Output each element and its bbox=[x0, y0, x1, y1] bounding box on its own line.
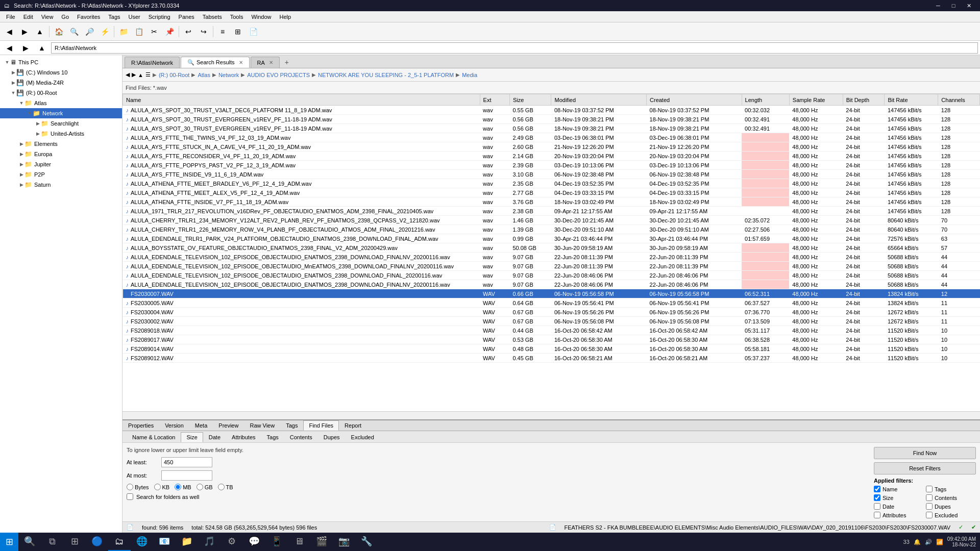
menu-user[interactable]: User bbox=[125, 11, 144, 22]
table-row[interactable]: ♪FS2030004.WAVWAV0.67 GB06-Nov-19 05:56:… bbox=[123, 308, 980, 317]
at-most-input[interactable] bbox=[161, 470, 212, 481]
tree-searchlight[interactable]: ▶ 📁 Searchlight bbox=[0, 118, 122, 129]
breadcrumb-platform[interactable]: NETWORK ARE YOU SLEEPING - 2_5-1 PLATFOR… bbox=[318, 72, 454, 78]
reset-filters-button[interactable]: Reset Filters bbox=[874, 462, 976, 474]
tab-search-results[interactable]: 🔍 Search Results ✕ bbox=[181, 57, 250, 68]
menu-tabsets[interactable]: Tabsets bbox=[199, 11, 226, 22]
filter-excluded[interactable]: Excluded bbox=[926, 512, 976, 518]
nav-back-icon[interactable]: ◀ bbox=[126, 71, 130, 78]
taskbar-app-11[interactable]: 📷 bbox=[333, 533, 355, 551]
table-row[interactable]: ♪FS2030005.WAVWAV0.64 GB06-Nov-19 05:56:… bbox=[123, 298, 980, 308]
tree-saturn[interactable]: ▶ 📁 Saturn bbox=[0, 180, 122, 190]
tab-version[interactable]: Version bbox=[159, 420, 189, 431]
paste-button[interactable]: 📌 bbox=[162, 24, 177, 39]
filter-attributes[interactable]: Attributes bbox=[874, 512, 924, 518]
col-header-created[interactable]: Created bbox=[647, 94, 742, 106]
view-grid-button[interactable]: ⊞ bbox=[231, 24, 245, 39]
file-list-wrapper[interactable]: Name Ext Size Modified Created Length Sa… bbox=[122, 94, 980, 411]
table-row[interactable]: ♪ALULA_AYS_SPOT_30_TRUST_EVERGREEN_v1REV… bbox=[123, 124, 980, 133]
menu-tools[interactable]: Tools bbox=[226, 11, 248, 22]
search-folders-checkbox[interactable]: Search for folders as well bbox=[127, 493, 866, 500]
up-button[interactable]: ▲ bbox=[33, 24, 47, 39]
col-header-samplerate[interactable]: Sample Rate bbox=[789, 94, 843, 106]
unit-tb[interactable]: TB bbox=[218, 484, 233, 490]
unit-mb[interactable]: MB bbox=[175, 484, 191, 490]
col-header-length[interactable]: Length bbox=[742, 94, 789, 106]
forward-button[interactable]: ▶ bbox=[17, 24, 32, 39]
filter-tags[interactable]: Tags bbox=[926, 486, 976, 492]
back-button[interactable]: ◀ bbox=[2, 24, 16, 39]
filter-size[interactable]: Size bbox=[874, 494, 924, 501]
menu-window[interactable]: Window bbox=[247, 11, 275, 22]
tab-network[interactable]: R:\Atlas\Network bbox=[125, 57, 180, 68]
expand-icon[interactable]: ▼ bbox=[18, 101, 24, 106]
table-row[interactable]: ♪ALULA_AYS_FTTE_THE_TWINS_V4_PF_12_03_19… bbox=[123, 133, 980, 142]
col-header-modified[interactable]: Modified bbox=[551, 94, 647, 106]
filter-button[interactable]: ⚡ bbox=[97, 24, 112, 39]
col-header-size[interactable]: Size bbox=[509, 94, 551, 106]
taskbar-app-5[interactable]: 🎵 bbox=[198, 533, 220, 551]
tree-media[interactable]: ▶ 💾 (M) Media-Z4R bbox=[0, 78, 122, 88]
tab-preview[interactable]: Preview bbox=[213, 420, 244, 431]
table-row[interactable]: ♪FS2089017.WAVWAV0.53 GB16-Oct-20 06:58:… bbox=[123, 335, 980, 344]
filter-name[interactable]: Name bbox=[874, 486, 924, 492]
table-row[interactable]: ♪FS2030007.WAVWAV0.66 GB06-Nov-19 05:56:… bbox=[123, 289, 980, 298]
cut-button[interactable]: ✂ bbox=[147, 24, 161, 39]
taskbar-app-1[interactable]: ⊞ bbox=[63, 533, 86, 551]
tab-tags[interactable]: Tags bbox=[280, 420, 303, 431]
subtab-contents[interactable]: Contents bbox=[284, 432, 318, 442]
taskbar-app-2[interactable]: 🔵 bbox=[86, 533, 108, 551]
taskbar-app-9[interactable]: 🖥 bbox=[288, 533, 310, 551]
taskbar-app-3[interactable]: 📧 bbox=[153, 533, 176, 551]
table-row[interactable]: ♪ALULA_BOYSSTATE_OV_FEATURE_OBJECTAUDIO_… bbox=[123, 243, 980, 253]
expand-icon[interactable]: ▶ bbox=[18, 141, 24, 146]
table-row[interactable]: ♪ALULA_EDENDALE_TELEVISION_102_EPISODE_O… bbox=[123, 253, 980, 262]
menu-help[interactable]: Help bbox=[276, 11, 296, 22]
taskbar-app-10[interactable]: 🎬 bbox=[310, 533, 333, 551]
subtab-size[interactable]: Size bbox=[181, 432, 203, 442]
subtab-name-location[interactable]: Name & Location bbox=[127, 432, 181, 442]
redo-button[interactable]: ↪ bbox=[197, 24, 211, 39]
expand-icon[interactable]: ▼ bbox=[4, 60, 10, 65]
taskbar-search-icon[interactable]: 🔍 bbox=[18, 533, 41, 551]
table-row[interactable]: ♪ALULA_EDENDALE_TRLR1_PARK_V24_PLATFORM_… bbox=[123, 234, 980, 243]
new-folder-button[interactable]: 📁 bbox=[116, 24, 131, 39]
breadcrumb-root[interactable]: (R:) 00-Root bbox=[159, 72, 190, 78]
table-row[interactable]: ♪ALULA_AYS_SPOT_30_TRUST_EVERGREEN_v1REV… bbox=[123, 115, 980, 124]
taskbar-app-chrome[interactable]: 🌐 bbox=[131, 533, 153, 551]
menu-panes[interactable]: Panes bbox=[175, 11, 199, 22]
nav-up-icon[interactable]: ▲ bbox=[138, 72, 143, 78]
table-row[interactable]: ♪FS2030002.WAVWAV0.67 GB06-Nov-19 05:56:… bbox=[123, 317, 980, 326]
taskbar-app-12[interactable]: 🔧 bbox=[355, 533, 378, 551]
minimize-button[interactable]: ─ bbox=[931, 1, 945, 10]
horizontal-scrollbar[interactable] bbox=[122, 411, 980, 419]
tab-report[interactable]: Report bbox=[339, 420, 367, 431]
table-row[interactable]: ♪ALULA_AYS_FTTE_RECONSIDER_V4_PF_11_20_1… bbox=[123, 152, 980, 161]
table-row[interactable]: ♪FS2089012.WAVWAV0.45 GB16-Oct-20 06:58:… bbox=[123, 354, 980, 363]
table-row[interactable]: ♪ALULA_CHERRY_TRLR1_226_MEMORY_ROW_V4_PL… bbox=[123, 225, 980, 234]
expand-icon[interactable]: ▼ bbox=[10, 90, 16, 95]
tree-p2p[interactable]: ▶ 📁 P2P bbox=[0, 169, 122, 180]
expand-icon[interactable]: ▶ bbox=[10, 70, 16, 75]
breadcrumb-media[interactable]: Media bbox=[462, 72, 477, 78]
table-row[interactable]: ♪ALULA_AYS_FTTE_STUCK_IN_A_CAVE_V4_PF_11… bbox=[123, 142, 980, 152]
tab-ra[interactable]: RA ✕ bbox=[251, 57, 280, 68]
copy-button[interactable]: 📋 bbox=[132, 24, 146, 39]
subtab-tags[interactable]: Tags bbox=[261, 432, 284, 442]
tab-find-files[interactable]: Find Files bbox=[303, 420, 339, 431]
unit-bytes[interactable]: Bytes bbox=[127, 484, 149, 490]
expand-icon[interactable]: ▶ bbox=[35, 121, 41, 126]
filter-date[interactable]: Date bbox=[874, 503, 924, 510]
subtab-date[interactable]: Date bbox=[203, 432, 226, 442]
subtab-dupes[interactable]: Dupes bbox=[318, 432, 346, 442]
tree-united-artists[interactable]: ▶ 📁 United-Artists bbox=[0, 129, 122, 139]
breadcrumb-network[interactable]: Network bbox=[218, 72, 239, 78]
taskbar-task-view[interactable]: ⧉ bbox=[41, 533, 63, 551]
col-header-bitrate[interactable]: Bit Rate bbox=[885, 94, 938, 106]
table-row[interactable]: ♪ALULA_EDENDALE_TELEVISION_102_EPISODE_O… bbox=[123, 262, 980, 271]
taskbar-app-7[interactable]: 💬 bbox=[243, 533, 265, 551]
add-tab-button[interactable]: + bbox=[281, 57, 293, 68]
tab-raw-view[interactable]: Raw View bbox=[244, 420, 280, 431]
start-button[interactable]: ⊞ bbox=[0, 533, 18, 551]
table-row[interactable]: ♪ALULA_ATHENA_FTTE_MEET_ALEX_V5_PF_12_4_… bbox=[123, 188, 980, 197]
